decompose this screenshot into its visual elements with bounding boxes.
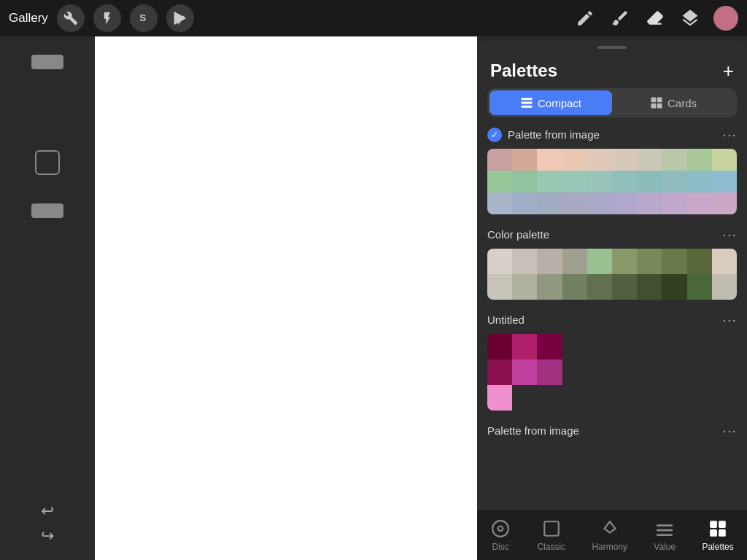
color-cell[interactable] <box>612 274 637 300</box>
color-cell[interactable] <box>687 249 712 274</box>
color-cell[interactable] <box>537 359 562 385</box>
color-cell[interactable] <box>687 171 712 192</box>
palette-3-color-grid[interactable] <box>487 334 737 411</box>
canvas-area[interactable] <box>95 36 477 560</box>
nav-item-palettes[interactable]: Palettes <box>693 514 742 556</box>
color-cell[interactable] <box>512 334 537 359</box>
color-cell[interactable] <box>562 249 587 274</box>
sidebar-rect-tool-2[interactable] <box>29 192 66 229</box>
color-cell[interactable] <box>637 149 662 171</box>
nav-item-value[interactable]: Value <box>645 514 684 556</box>
color-cell[interactable] <box>562 192 587 214</box>
palette-4-more-button[interactable]: ··· <box>722 422 737 439</box>
palette-1-more-button[interactable]: ··· <box>722 126 737 143</box>
paintbrush-tool-button[interactable] <box>608 7 632 30</box>
classic-nav-icon <box>541 518 562 539</box>
compact-tab[interactable]: Compact <box>489 90 612 115</box>
avatar[interactable] <box>713 6 738 31</box>
color-cell[interactable] <box>712 149 737 171</box>
color-cell[interactable] <box>512 149 537 171</box>
color-cell[interactable] <box>487 274 512 300</box>
pen-tool-button[interactable] <box>573 7 597 30</box>
color-cell[interactable] <box>562 274 587 300</box>
panel-title: Palettes <box>490 61 557 81</box>
nav-item-harmony[interactable]: Harmony <box>583 514 636 556</box>
svg-rect-15 <box>719 521 726 528</box>
color-cell[interactable] <box>712 171 737 192</box>
color-cell[interactable] <box>537 149 562 171</box>
layers-button[interactable] <box>678 7 702 30</box>
color-cell[interactable] <box>662 171 686 192</box>
color-cell[interactable] <box>487 385 512 411</box>
svg-rect-4 <box>651 98 656 103</box>
color-cell[interactable] <box>537 171 562 192</box>
color-cell[interactable] <box>662 192 686 214</box>
color-cell[interactable] <box>587 192 612 214</box>
color-cell[interactable] <box>537 192 562 214</box>
color-cell[interactable] <box>512 171 537 192</box>
palette-2-color-grid[interactable] <box>487 249 737 300</box>
color-cell[interactable] <box>712 192 737 214</box>
color-cell[interactable] <box>487 149 512 171</box>
cards-tab[interactable]: Cards <box>612 90 735 115</box>
color-cell[interactable] <box>662 274 686 300</box>
color-cell[interactable] <box>512 274 537 300</box>
palette-3-more-button[interactable]: ··· <box>722 311 737 328</box>
color-cell[interactable] <box>512 192 537 214</box>
color-cell[interactable] <box>587 274 612 300</box>
color-cell[interactable] <box>512 359 537 385</box>
color-cell[interactable] <box>637 171 662 192</box>
wide-rect-shape-2 <box>31 203 63 218</box>
palette-1-color-grid[interactable] <box>487 149 737 214</box>
undo-button[interactable]: ↩ <box>41 502 54 521</box>
color-cell[interactable] <box>687 192 712 214</box>
color-cell[interactable] <box>637 274 662 300</box>
color-cell[interactable] <box>687 274 712 300</box>
color-cell[interactable] <box>587 149 612 171</box>
color-cell[interactable] <box>487 249 512 274</box>
color-cell[interactable] <box>562 149 587 171</box>
s-tool-button[interactable]: S <box>130 4 158 32</box>
view-tab-switcher: Compact Cards <box>487 88 737 117</box>
eraser-tool-button[interactable] <box>643 7 667 30</box>
arrow-tool-button[interactable] <box>166 4 194 32</box>
color-cell[interactable] <box>612 149 637 171</box>
color-cell[interactable] <box>512 249 537 274</box>
color-cell[interactable] <box>487 171 512 192</box>
color-cell[interactable] <box>712 274 737 300</box>
add-palette-button[interactable]: + <box>723 61 734 80</box>
palette-2-more-button[interactable]: ··· <box>722 226 737 243</box>
color-cell[interactable] <box>562 171 587 192</box>
palette-1-row-2 <box>487 171 737 192</box>
color-cell[interactable] <box>712 249 737 274</box>
nav-item-classic[interactable]: Classic <box>528 514 574 556</box>
color-cell-empty <box>712 385 737 411</box>
sidebar-wide-rect-tool[interactable] <box>29 44 66 80</box>
color-cell[interactable] <box>537 274 562 300</box>
palette-1-row-1 <box>487 149 737 171</box>
color-cell[interactable] <box>662 149 686 171</box>
color-cell[interactable] <box>662 249 686 274</box>
color-cell[interactable] <box>612 249 637 274</box>
color-cell[interactable] <box>637 249 662 274</box>
palettes-nav-icon <box>708 518 728 539</box>
color-cell[interactable] <box>587 249 612 274</box>
color-cell[interactable] <box>487 192 512 214</box>
color-cell[interactable] <box>687 149 712 171</box>
redo-button[interactable]: ↪ <box>41 526 54 545</box>
gallery-button[interactable]: Gallery <box>9 11 48 26</box>
nav-item-disc[interactable]: Disc <box>481 514 519 556</box>
color-cell[interactable] <box>637 192 662 214</box>
color-cell[interactable] <box>487 334 512 359</box>
wrench-tool-button[interactable] <box>57 4 85 32</box>
color-cell[interactable] <box>612 171 637 192</box>
lightning-tool-button[interactable] <box>93 4 121 32</box>
color-cell-empty <box>562 385 587 411</box>
color-cell[interactable] <box>487 359 512 385</box>
color-cell[interactable] <box>537 249 562 274</box>
color-cell[interactable] <box>537 334 562 359</box>
sidebar-square-tool[interactable] <box>29 144 66 181</box>
color-cell[interactable] <box>587 171 612 192</box>
color-cell[interactable] <box>612 192 637 214</box>
palette-section-1-title-row: ✓ Palette from image <box>487 128 600 142</box>
